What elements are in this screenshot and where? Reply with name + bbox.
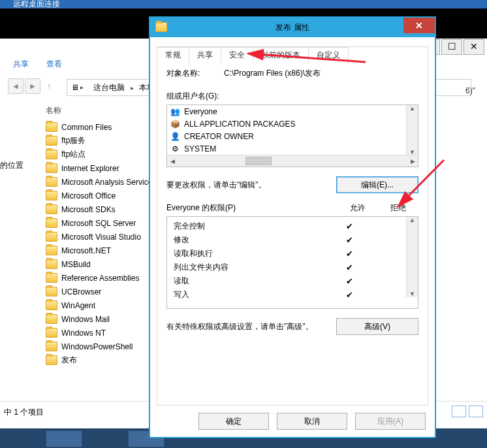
permission-row: 写入✔: [174, 288, 400, 302]
file-name: Windows Mail: [61, 315, 110, 324]
folder-icon: [46, 177, 57, 187]
edit-button[interactable]: 编辑(E)...: [336, 176, 418, 193]
file-name: WinAgent: [61, 301, 95, 310]
group-name: ALL APPLICATION PACKAGES: [184, 120, 296, 129]
group-item[interactable]: 👤CREATOR OWNER: [167, 130, 407, 142]
file-name: Microsoft SQL Server: [61, 219, 136, 228]
computer-icon: 🖥: [71, 80, 79, 95]
nav-up[interactable]: ↑: [42, 79, 56, 93]
group-icon: 📦: [170, 120, 180, 129]
folder-icon: [46, 342, 57, 351]
menu-view[interactable]: 查看: [46, 59, 62, 69]
permissions-header-allow: 允许: [338, 202, 378, 214]
file-name: ftp站点: [61, 149, 86, 160]
file-name: Microsoft Analysis Services: [61, 178, 156, 187]
folder-icon: [46, 246, 57, 255]
folder-icon: [46, 328, 57, 338]
permission-name: 修改: [174, 234, 332, 246]
apply-button[interactable]: 应用(A): [355, 413, 426, 430]
file-name: Microsoft.NET: [61, 246, 111, 255]
nav-forward[interactable]: ►: [25, 78, 40, 94]
group-name: Everyone: [184, 107, 217, 116]
edit-hint: 要更改权限，请单击"编辑"。: [166, 180, 336, 191]
cancel-button[interactable]: 取消: [277, 413, 347, 430]
places-label-fragment: 的位置: [0, 160, 24, 171]
tab-常规[interactable]: 常规: [157, 47, 189, 63]
ok-button[interactable]: 确定: [198, 413, 269, 430]
dialog-body: 对象名称: C:\Program Files (x86)\发布 组或用户名(G)…: [157, 46, 428, 406]
file-name: Microsoft Visual Studio: [61, 232, 141, 242]
permission-row: 读取和执行✔: [174, 247, 400, 261]
folder-icon: [155, 22, 171, 34]
tab-共享[interactable]: 共享: [189, 47, 221, 63]
horizontal-scrollbar[interactable]: ◀▶: [167, 155, 418, 167]
group-icon: 👥: [170, 107, 180, 116]
permission-name: 列出文件夹内容: [174, 262, 332, 273]
group-icon: ⚙: [170, 144, 180, 153]
folder-icon: [46, 136, 57, 146]
close-button[interactable]: ✕: [403, 18, 435, 33]
permission-name: 完全控制: [174, 221, 332, 232]
group-name: SYSTEM: [184, 144, 216, 153]
permission-allow: ✔: [332, 276, 366, 286]
back-window-close[interactable]: ✕: [463, 39, 484, 55]
vertical-scrollbar[interactable]: ▲▼: [406, 217, 418, 297]
group-item[interactable]: 📦ALL APPLICATION PACKAGES: [167, 118, 407, 130]
folder-icon: [46, 232, 57, 242]
properties-dialog: 发布 属性 ✕ 常规共享安全以前的版本自定义 对象名称: C:\Program …: [149, 17, 435, 438]
permission-allow: ✔: [332, 249, 366, 259]
group-item[interactable]: ⚙SYSTEM: [167, 142, 407, 155]
permissions-header-entity: Everyone 的权限(P): [166, 202, 338, 214]
back-window-max[interactable]: ☐: [441, 39, 462, 55]
folder-icon: [46, 300, 57, 310]
folder-icon: [46, 314, 57, 324]
vertical-scrollbar[interactable]: ▲▼: [406, 105, 418, 155]
tab-以前的版本[interactable]: 以前的版本: [253, 47, 309, 63]
dialog-titlebar[interactable]: 发布 属性 ✕: [150, 18, 435, 37]
file-name: MSBuild: [61, 260, 91, 269]
folder-icon: [46, 204, 57, 214]
permission-row: 完全控制✔: [174, 219, 400, 233]
folder-icon: [46, 218, 57, 228]
file-name: Internet Explorer: [61, 164, 119, 173]
group-user-list[interactable]: 👥Everyone📦ALL APPLICATION PACKAGES👤CREAT…: [166, 104, 418, 167]
remote-desktop-title: 远程桌面连接: [0, 0, 487, 8]
file-name: UCBrowser: [61, 287, 101, 296]
taskbar-item[interactable]: [46, 430, 82, 447]
permissions-header-deny: 拒绝: [378, 202, 418, 214]
folder-icon: [46, 273, 57, 283]
file-name: Windows NT: [61, 328, 106, 338]
folder-icon: [46, 355, 57, 365]
file-name: Microsoft Office: [61, 191, 116, 200]
breadcrumb-computer[interactable]: 这台电脑: [89, 80, 129, 95]
advanced-button[interactable]: 高级(V): [336, 318, 418, 335]
view-mode-icons[interactable]: [449, 406, 483, 419]
advanced-hint: 有关特殊权限或高级设置，请单击"高级"。: [166, 321, 336, 332]
search-suffix: 6)": [465, 86, 475, 95]
folder-icon: [46, 259, 57, 269]
group-name: CREATOR OWNER: [184, 132, 254, 141]
permission-allow: ✔: [332, 235, 366, 245]
status-text: 中 1 个项目: [4, 407, 44, 418]
file-name: WindowsPowerShell: [61, 342, 133, 351]
file-name: Microsoft SDKs: [61, 205, 116, 214]
object-name-value: C:\Program Files (x86)\发布: [224, 68, 321, 79]
permission-name: 读取和执行: [174, 248, 332, 259]
folder-icon: [46, 287, 57, 296]
folder-icon: [46, 163, 57, 173]
permission-name: 读取: [174, 276, 332, 287]
nav-back[interactable]: ◄: [8, 78, 24, 94]
dialog-title: 发布 属性: [275, 22, 309, 33]
folder-icon: [46, 150, 57, 159]
tab-自定义[interactable]: 自定义: [308, 47, 349, 63]
permission-row: 读取✔: [174, 274, 400, 288]
permissions-list: 完全控制✔修改✔读取和执行✔列出文件夹内容✔读取✔写入✔ ▲▼: [166, 216, 418, 309]
menu-share[interactable]: 共享: [13, 59, 29, 69]
permission-row: 修改✔: [174, 233, 400, 247]
tab-安全[interactable]: 安全: [221, 47, 253, 63]
file-name: Common Files: [61, 123, 112, 132]
tab-strip: 常规共享安全以前的版本自定义: [157, 46, 348, 63]
groups-label: 组或用户名(G):: [166, 91, 418, 102]
permission-allow: ✔: [332, 290, 366, 300]
group-item[interactable]: 👥Everyone: [167, 105, 407, 118]
